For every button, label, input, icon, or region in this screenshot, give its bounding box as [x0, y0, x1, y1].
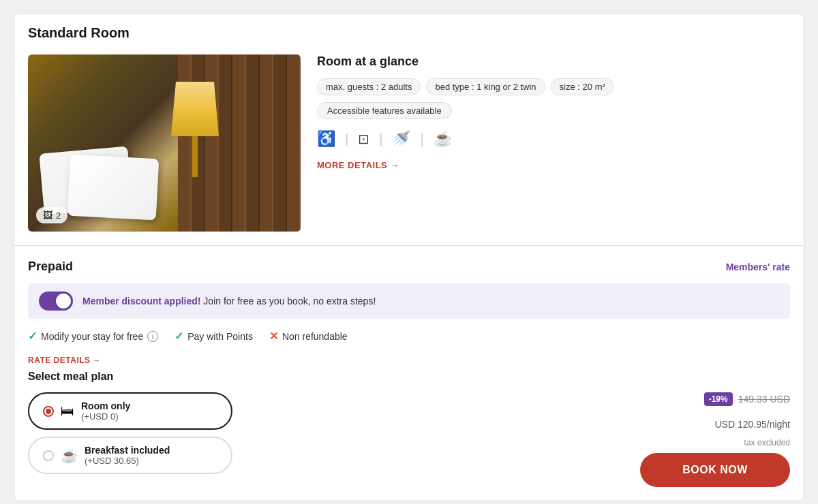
- bed-tag: bed type : 1 king or 2 twin: [426, 78, 545, 95]
- discount-badge: -19%: [704, 392, 733, 406]
- pillow-2: [67, 155, 160, 221]
- radio-room-only[interactable]: [43, 406, 54, 417]
- rate-details-link[interactable]: RATE DETAILS →: [28, 353, 790, 371]
- tax-note: tax excluded: [744, 438, 790, 447]
- room-section: 🖼 2 Room at a glance max. guests : 2 adu…: [14, 41, 804, 245]
- prepaid-title: Prepaid: [28, 259, 73, 274]
- tags-row: max. guests : 2 adults bed type : 1 king…: [317, 78, 790, 95]
- member-banner: Member discount applied! Join for free a…: [28, 283, 790, 319]
- meal-plan-title: Select meal plan: [28, 371, 790, 383]
- meal-info-room-only: Room only (+USD 0): [81, 400, 130, 422]
- feature-points: ✓ Pay with Points: [175, 330, 253, 343]
- check-icon-1: ✓: [28, 330, 37, 343]
- divider-3: |: [420, 131, 423, 147]
- radio-breakfast[interactable]: [43, 450, 54, 461]
- toggle-thumb: [56, 294, 71, 309]
- current-price: USD 120.95/night: [714, 411, 790, 432]
- info-icon-1[interactable]: i: [147, 331, 158, 342]
- x-icon-1: ✕: [269, 330, 278, 343]
- meal-price-breakfast: (+USD 30.65): [85, 456, 170, 466]
- glance-title: Room at a glance: [317, 54, 790, 69]
- book-now-button[interactable]: BOOK NOW: [640, 453, 790, 487]
- per-night-label: /night: [767, 419, 790, 430]
- amenity-icons-row: ♿ | ⊡ | 🚿 | ☕: [317, 130, 790, 148]
- prepaid-section: Prepaid Members' rate Member discount ap…: [14, 246, 804, 501]
- room-details: Room at a glance max. guests : 2 adults …: [317, 54, 790, 232]
- rate-details-text: RATE DETAILS: [28, 356, 91, 365]
- room-title: Standard Room: [14, 14, 804, 41]
- feature-points-label: Pay with Points: [187, 331, 253, 342]
- guests-tag: max. guests : 2 adults: [317, 78, 421, 95]
- feature-refund-label: Non refundable: [282, 331, 348, 342]
- meal-name-room-only: Room only: [81, 400, 130, 411]
- member-toggle[interactable]: [39, 292, 73, 311]
- toggle-track: [39, 292, 73, 311]
- feature-refund: ✕ Non refundable: [269, 330, 348, 343]
- member-banner-text: Member discount applied! Join for free a…: [82, 296, 376, 306]
- size-tag: size : 20 m²: [551, 78, 614, 95]
- members-rate[interactable]: Members' rate: [726, 262, 790, 272]
- discount-row: -19% 149.33 USD: [704, 392, 790, 406]
- current-price-value: USD 120.95: [714, 419, 766, 430]
- divider-1: |: [345, 131, 348, 147]
- arrow-icon: →: [390, 160, 399, 170]
- image-counter[interactable]: 🖼 2: [36, 207, 67, 223]
- meal-info-breakfast: Breakfast included (+USD 30.65): [85, 445, 170, 466]
- price-book-section: -19% 149.33 USD USD 120.95/night tax exc…: [640, 392, 790, 487]
- meal-price-room-only: (+USD 0): [81, 411, 130, 422]
- meal-options: 🛏 Room only (+USD 0) ☕ Breakfast include…: [28, 392, 232, 474]
- original-price: 149.33 USD: [738, 394, 790, 405]
- rate-details-arrow: →: [93, 356, 102, 365]
- room-image-container[interactable]: 🖼 2: [28, 54, 301, 232]
- image-count: 2: [56, 210, 61, 221]
- meal-option-room-only[interactable]: 🛏 Room only (+USD 0): [28, 392, 232, 430]
- shower-icon: 🚿: [392, 130, 410, 148]
- divider-2: |: [379, 131, 382, 147]
- member-bold-text: Member discount applied!: [82, 296, 200, 306]
- radio-dot: [46, 409, 51, 414]
- breakfast-icon: ☕: [61, 447, 78, 464]
- bed-icon: 🛏: [61, 403, 74, 419]
- feature-modify-label: Modify your stay for free: [41, 331, 143, 342]
- room-card: Standard Room 🖼 2 Room at a glance: [14, 14, 804, 501]
- meal-name-breakfast: Breakfast included: [85, 445, 170, 456]
- check-icon-2: ✓: [175, 330, 183, 343]
- coffee-icon: ☕: [434, 130, 452, 148]
- room-image: [28, 54, 301, 232]
- prepaid-header: Prepaid Members' rate: [28, 259, 790, 274]
- bottom-section: 🛏 Room only (+USD 0) ☕ Breakfast include…: [28, 392, 790, 487]
- feature-modify: ✓ Modify your stay for free i: [28, 330, 158, 343]
- more-details-link[interactable]: MORE DETAILS →: [317, 160, 399, 170]
- lamp: [171, 82, 219, 177]
- wheelchair-icon: ♿: [317, 130, 335, 148]
- accessible-tag: Accessible features available: [317, 102, 790, 130]
- rate-details-anchor[interactable]: RATE DETAILS →: [28, 356, 101, 365]
- features-row: ✓ Modify your stay for free i ✓ Pay with…: [28, 330, 790, 343]
- member-rest-text: Join for free as you book, no extra step…: [203, 296, 376, 306]
- meal-option-breakfast[interactable]: ☕ Breakfast included (+USD 30.65): [28, 437, 232, 474]
- screen-icon: ⊡: [358, 131, 369, 147]
- image-icon: 🖼: [43, 210, 52, 221]
- current-price-row: USD 120.95/night: [714, 411, 790, 432]
